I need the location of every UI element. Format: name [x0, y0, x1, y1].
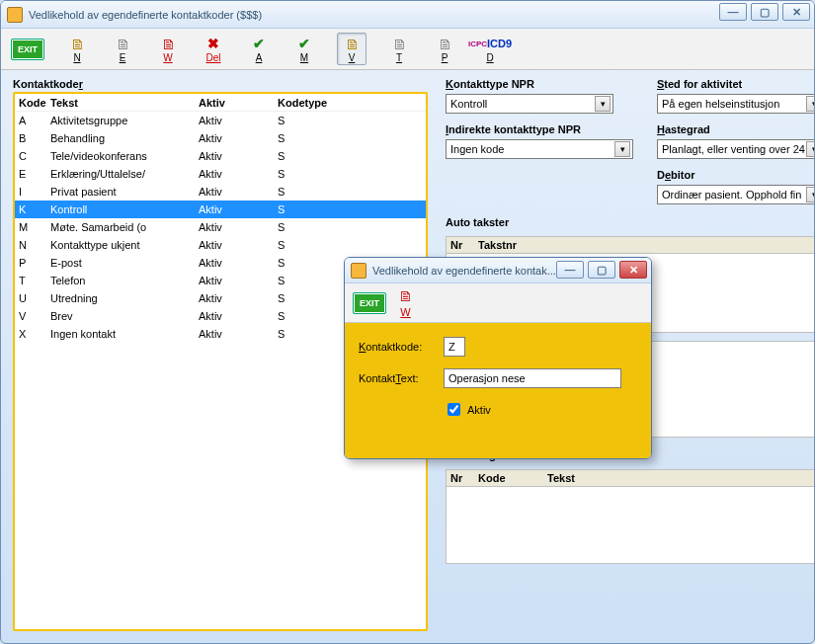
- cell-kode: I: [19, 186, 50, 198]
- table-row[interactable]: AAktivitetsgruppeAktivS: [15, 112, 426, 129]
- toolbar-w-button[interactable]: W: [155, 35, 181, 63]
- toolbar-del-button[interactable]: Del: [201, 35, 226, 63]
- table-row[interactable]: EErklæring/Uttalelse/AktivS: [15, 165, 426, 183]
- cell-kode: B: [19, 132, 50, 144]
- cell-tekst: Privat pasient: [50, 186, 199, 198]
- cell-aktiv: Aktiv: [199, 275, 278, 286]
- col-kodetype: Kodetype: [278, 97, 422, 109]
- table-row[interactable]: CTele/videokonferansAktivS: [15, 147, 426, 165]
- app-icon: [351, 263, 367, 279]
- modal-maximize-button[interactable]: ▢: [588, 261, 615, 279]
- field-debitor: Debitor Ordinær pasient. Opphold fin: [657, 169, 815, 204]
- modal-body: Kontaktkode: KontaktText: Aktiv: [345, 323, 651, 458]
- window-title: Vedlikehold av egendefinerte kontaktkode…: [29, 9, 262, 21]
- modal-w-button[interactable]: W: [398, 287, 413, 318]
- cell-kodetype: S: [278, 221, 422, 233]
- cell-kode: N: [19, 239, 50, 251]
- dd-hastegrad[interactable]: Planlagt, eller venting over 24: [657, 139, 815, 159]
- table-row[interactable]: IPrivat pasientAktivS: [15, 183, 426, 201]
- table-row[interactable]: KKontrollAktivS: [15, 201, 426, 218]
- cell-kode: V: [19, 310, 50, 322]
- icpc-icon: ICPCICD9: [480, 35, 500, 52]
- dd-debitor[interactable]: Ordinær pasient. Opphold fin: [657, 185, 815, 204]
- cell-kode: E: [19, 168, 50, 180]
- dd-sted-for-aktivitet[interactable]: På egen helseinstitusjon: [657, 94, 815, 114]
- cell-kode: P: [19, 257, 50, 269]
- cell-aktiv: Aktiv: [199, 203, 278, 215]
- cell-aktiv: Aktiv: [199, 221, 278, 233]
- panel-auto-diagnoser[interactable]: Nr Kode Tekst: [446, 469, 815, 564]
- chevron-down-icon[interactable]: [614, 141, 630, 157]
- modal-close-button[interactable]: ✕: [619, 261, 647, 279]
- toolbar-a-button[interactable]: A: [246, 35, 272, 63]
- cell-tekst: Erklæring/Uttalelse/: [50, 168, 199, 180]
- save-doc-icon: [158, 35, 178, 52]
- cell-aktiv: Aktiv: [199, 257, 278, 269]
- window-buttons: — ▢ ✕: [715, 3, 810, 21]
- toolbar-exit-button[interactable]: EXIT: [11, 39, 44, 60]
- table-row[interactable]: NKontakttype ukjentAktivS: [15, 236, 426, 254]
- chevron-down-icon[interactable]: [806, 96, 815, 112]
- modal-window-buttons: — ▢ ✕: [552, 261, 647, 279]
- modal-titlebar: Vedlikehold av egendefinerte kontak... —…: [345, 258, 651, 283]
- titlebar: Vedlikehold av egendefinerte kontaktkode…: [1, 1, 814, 29]
- cell-kode: A: [19, 115, 50, 126]
- cell-kode: U: [19, 292, 50, 304]
- dd-indirekte-kontakttype-npr[interactable]: Ingen kode: [446, 139, 633, 159]
- cell-kode: T: [19, 275, 50, 286]
- toolbar-d-button[interactable]: ICPCICD9 D: [477, 35, 503, 63]
- cell-kodetype: S: [278, 132, 422, 144]
- dd-kontakttype-npr[interactable]: Kontroll: [446, 94, 613, 114]
- aktiv-checkbox[interactable]: [448, 403, 460, 416]
- cell-tekst: Tele/videokonferans: [50, 150, 199, 162]
- cell-aktiv: Aktiv: [199, 239, 278, 251]
- close-button[interactable]: ✕: [782, 3, 810, 21]
- panel-header: Nr Takstnr: [447, 237, 815, 254]
- cell-tekst: Kontakttype ukjent: [50, 239, 199, 251]
- auto-takster-title: Auto takster: [446, 216, 815, 228]
- toolbar-p-button[interactable]: P: [432, 35, 457, 63]
- kontakttext-input[interactable]: [444, 368, 621, 388]
- chevron-down-icon[interactable]: [595, 96, 611, 112]
- chevron-down-icon[interactable]: [806, 141, 815, 157]
- kontaktkoder-label: Kontaktkoder: [13, 78, 428, 90]
- toolbar-t-button[interactable]: T: [386, 35, 412, 63]
- modal-minimize-button[interactable]: —: [556, 261, 584, 279]
- minimize-button[interactable]: —: [719, 3, 747, 21]
- field-indirekte-kontakttype-npr: Indirekte kontakttype NPR Ingen kode: [446, 123, 633, 159]
- list-header: Kode Tekst Aktiv Kodetype: [15, 94, 426, 112]
- cell-aktiv: Aktiv: [199, 115, 278, 126]
- cell-tekst: Aktivitetsgruppe: [50, 115, 199, 126]
- table-row[interactable]: BBehandlingAktivS: [15, 129, 426, 147]
- row-kontakttext: KontaktText:: [359, 368, 637, 388]
- kontakttext-label: KontaktText:: [359, 372, 438, 384]
- table-row[interactable]: MMøte. Samarbeid (oAktivS: [15, 218, 426, 236]
- view-doc-icon: [342, 35, 362, 52]
- edit-doc-icon: [113, 35, 132, 52]
- cell-kode: X: [19, 328, 50, 340]
- kontaktkode-input[interactable]: [444, 337, 465, 357]
- text-doc-icon: [389, 35, 409, 52]
- maximize-button[interactable]: ▢: [751, 3, 778, 21]
- cell-tekst: Brev: [50, 310, 199, 322]
- toolbar-m-button[interactable]: M: [291, 35, 317, 63]
- app-icon: [7, 7, 23, 23]
- cell-aktiv: Aktiv: [199, 168, 278, 180]
- col-tekst: Tekst: [50, 97, 199, 109]
- cell-kode: C: [19, 150, 50, 162]
- cell-tekst: Behandling: [50, 132, 199, 144]
- field-hastegrad: Hastegrad Planlagt, eller venting over 2…: [657, 123, 815, 159]
- exit-icon: EXIT: [11, 39, 44, 60]
- delete-icon: [204, 35, 223, 52]
- toolbar-e-button[interactable]: E: [110, 35, 135, 63]
- toolbar-v-button[interactable]: V: [337, 33, 367, 65]
- toolbar-n-button[interactable]: N: [64, 35, 90, 63]
- cell-aktiv: Aktiv: [199, 150, 278, 162]
- cell-tekst: Kontroll: [50, 203, 199, 215]
- modal-toolbar: EXIT W: [345, 283, 651, 323]
- cell-tekst: Utredning: [50, 292, 199, 304]
- check-icon: [294, 35, 314, 52]
- modal-exit-button[interactable]: EXIT: [353, 292, 386, 314]
- modal-dialog: Vedlikehold av egendefinerte kontak... —…: [344, 257, 652, 459]
- chevron-down-icon[interactable]: [806, 187, 815, 202]
